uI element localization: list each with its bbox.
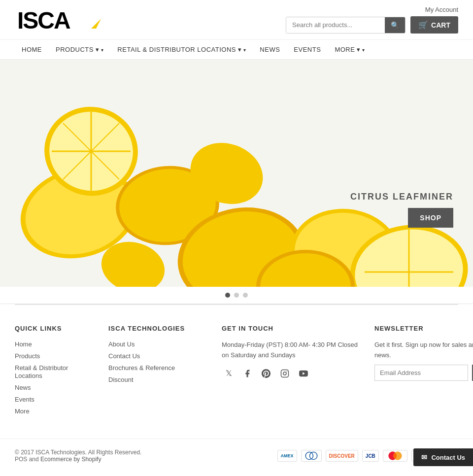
sticky-contact-label: Contact Us [431,454,465,461]
newsletter-description: Get it first. Sign up now for sales and … [374,340,473,361]
nav-list: HOME PRODUCTS ▾ RETAIL & DISTRIBUTOR LOC… [15,40,458,59]
nav-link-locations[interactable]: RETAIL & DISTRIBUTOR LOCATIONS ▾ [110,40,253,59]
search-button[interactable]: 🔍 [385,17,405,33]
carousel-dot-2[interactable] [234,293,239,298]
my-account-link[interactable]: My Account [425,6,458,13]
list-item: News [15,383,94,391]
hero-shop-button[interactable]: SHOP [408,208,453,228]
footer-get-in-touch: GET IN TOUCH Monday-Friday (PST) 8:00 AM… [222,325,360,419]
list-item: About Us [108,340,207,348]
nav-link-events[interactable]: EVENTS [287,40,328,59]
isca-contact-link[interactable]: Contact Us [108,352,140,360]
list-item: Discount [108,375,207,383]
payment-jcb: JCB [362,450,379,462]
svg-text:ISCA: ISCA [17,7,70,34]
ecommerce-link[interactable]: Ecommerce by Shopify [40,456,101,463]
get-in-touch-heading: GET IN TOUCH [222,325,360,332]
main-nav: HOME PRODUCTS ▾ RETAIL & DISTRIBUTOR LOC… [0,40,473,60]
list-item: Contact Us [108,352,207,360]
nav-item-events: EVENTS [287,40,328,59]
lemon-illustration [0,60,473,287]
nav-item-home: HOME [15,40,49,59]
footer-newsletter: NEWSLETTER Get it first. Sign up now for… [374,325,473,419]
nav-link-home[interactable]: HOME [15,40,49,59]
youtube-icon[interactable] [297,367,310,380]
hero-text: CITRUS LEAFMINER SHOP [350,192,453,228]
list-item: More [15,407,94,415]
isca-about-link[interactable]: About Us [108,340,135,348]
list-item: Retail & Distributor Locations [15,364,94,379]
isca-discount-link[interactable]: Discount [108,376,134,383]
carousel-dots [0,287,473,304]
list-item: Products [15,352,94,360]
footer-isca-tech: ISCA TECHNOLOGIES About Us Contact Us Br… [108,325,207,419]
newsletter-form: SIGN UP [374,365,473,381]
payment-amex: AMEX [277,450,297,462]
carousel-dot-3[interactable] [243,293,248,298]
nav-item-locations: RETAIL & DISTRIBUTOR LOCATIONS ▾ [110,40,253,59]
nav-item-news: NEWS [253,40,287,59]
quick-link-locations[interactable]: Retail & Distributor Locations [15,364,68,379]
payment-mastercard [383,450,407,462]
footer-links: QUICK LINKS Home Products Retail & Distr… [0,305,473,439]
facebook-icon[interactable] [240,367,254,380]
carousel-dot-1[interactable] [225,293,230,298]
list-item: Brochures & Reference [108,364,207,372]
list-item: Events [15,395,94,403]
nav-item-products: PRODUCTS ▾ [49,40,110,59]
sticky-contact-button[interactable]: ✉ Contact Us [413,448,473,466]
instagram-icon[interactable] [278,367,292,380]
nav-link-more[interactable]: MORE ▾ [328,40,372,59]
cart-label: CART [431,21,450,29]
hero-label: CITRUS LEAFMINER [350,192,453,202]
payment-diners [301,450,322,462]
quick-link-news[interactable]: News [15,384,31,391]
header-actions: 🔍 🛒 CART [286,16,458,34]
nav-item-more: MORE ▾ [328,40,372,59]
logo-text: ISCA [15,5,103,34]
copyright-text: © 2017 ISCA Technologies. All Rights Res… [15,449,141,456]
social-icons: 𝕏 [222,367,360,380]
footer-quick-links: QUICK LINKS Home Products Retail & Distr… [15,325,94,419]
logo[interactable]: ISCA [15,5,103,34]
isca-tech-heading: ISCA TECHNOLOGIES [108,325,207,332]
quick-link-home[interactable]: Home [15,340,32,348]
pinterest-icon[interactable] [259,367,273,380]
hero-section: CITRUS LEAFMINER SHOP [0,60,473,287]
cart-icon: 🛒 [418,20,428,30]
isca-brochures-link[interactable]: Brochures & Reference [108,364,175,372]
header-right: My Account 🔍 🛒 CART [286,6,458,34]
newsletter-heading: NEWSLETTER [374,325,473,332]
quick-links-heading: QUICK LINKS [15,325,94,332]
search-form: 🔍 [286,17,405,34]
svg-marker-1 [91,19,101,29]
footer-bottom: © 2017 ISCA Technologies. All Rights Res… [0,439,473,473]
nav-link-products[interactable]: PRODUCTS ▾ [49,40,110,59]
hero-image: CITRUS LEAFMINER SHOP [0,60,473,287]
nav-link-news[interactable]: NEWS [253,40,287,59]
quick-link-more[interactable]: More [15,408,30,415]
site-header: ISCA My Account 🔍 🛒 CART [0,0,473,60]
twitter-icon[interactable]: 𝕏 [222,367,236,380]
svg-point-26 [283,372,286,375]
pos-text: POS [15,456,27,463]
payment-discover: DISCOVER [326,450,358,462]
search-input[interactable] [286,17,385,33]
header-top: ISCA My Account 🔍 🛒 CART [0,0,473,40]
logo-svg: ISCA [15,5,103,34]
svg-point-27 [286,371,287,372]
and-text: and [29,456,40,463]
quick-links-list: Home Products Retail & Distributor Locat… [15,340,94,415]
quick-link-events[interactable]: Events [15,396,34,403]
contact-hours: Monday-Friday (PST) 8:00 AM- 4:30 PM Clo… [222,340,360,361]
isca-tech-list: About Us Contact Us Brochures & Referenc… [108,340,207,383]
footer-copyright: © 2017 ISCA Technologies. All Rights Res… [15,449,141,463]
quick-link-products[interactable]: Products [15,352,40,360]
svg-rect-25 [281,370,289,377]
envelope-icon: ✉ [421,453,427,461]
list-item: Home [15,340,94,348]
search-icon: 🔍 [391,21,399,29]
newsletter-email-input[interactable] [374,365,468,381]
cart-button[interactable]: 🛒 CART [410,16,458,34]
